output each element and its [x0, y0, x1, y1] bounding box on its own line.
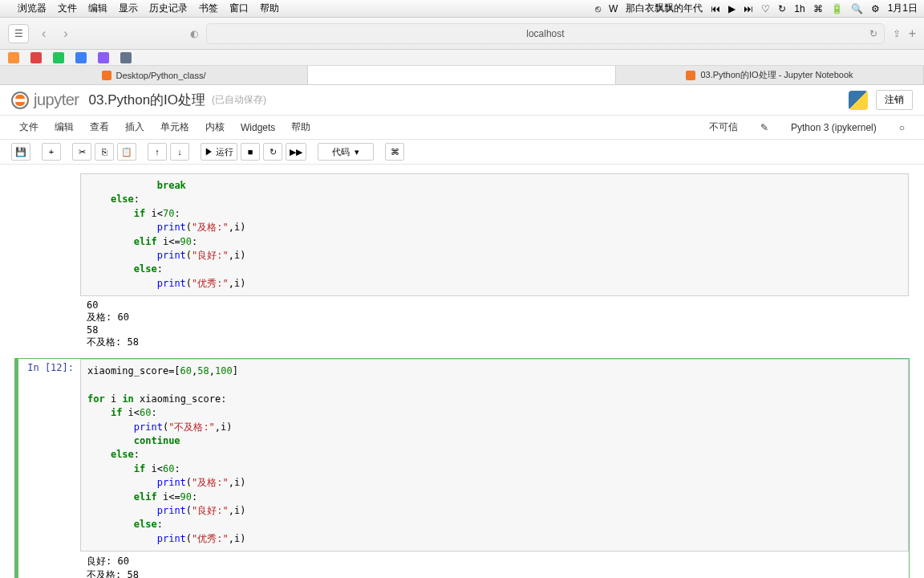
- menubar-w-icon[interactable]: W: [609, 3, 618, 14]
- stop-button[interactable]: ■: [241, 143, 260, 161]
- paste-button[interactable]: 📋: [117, 143, 136, 161]
- jupyter-logo[interactable]: jupyter: [11, 91, 79, 109]
- notebook-name[interactable]: 03.Python的IO处理: [89, 91, 206, 109]
- cell-type-select[interactable]: 代码 ▾: [318, 143, 374, 161]
- python-icon: [849, 91, 868, 110]
- now-playing: 那白衣飘飘的年代: [626, 2, 703, 15]
- page-scroll[interactable]: jupyter 03.Python的IO处理 (已自动保存) 注销 文件 编辑 …: [0, 85, 924, 578]
- menubar-time: 1h: [794, 3, 804, 14]
- notebook-body: break else: if i<70: print("及格:",i) elif…: [0, 165, 924, 578]
- kernel-name[interactable]: Python 3 (ipykernel): [783, 117, 885, 138]
- edit-icon[interactable]: ✎: [752, 117, 776, 138]
- heart-icon[interactable]: ♡: [761, 3, 770, 14]
- wifi-icon[interactable]: ⌘: [813, 3, 823, 14]
- menu-help[interactable]: 帮助: [283, 116, 318, 139]
- move-down-button[interactable]: ↓: [170, 143, 189, 161]
- menu-edit[interactable]: 编辑: [88, 2, 107, 15]
- tab-current[interactable]: [308, 66, 616, 84]
- share-icon[interactable]: ⇪: [893, 28, 901, 39]
- tab-label: Desktop/Python_class/: [116, 71, 206, 80]
- logout-button[interactable]: 注销: [876, 90, 913, 110]
- control-center-icon[interactable]: ⚙: [871, 3, 880, 14]
- restart-run-button[interactable]: ▶▶: [286, 143, 306, 161]
- kernel-status-icon: ○: [891, 117, 913, 138]
- tab-label: 03.Python的IO处理 - Jupyter Notebook: [700, 69, 853, 81]
- restart-button[interactable]: ↻: [263, 143, 282, 161]
- sidebar-toggle[interactable]: ☰: [8, 24, 29, 43]
- menu-file[interactable]: 文件: [11, 116, 47, 139]
- play-icon[interactable]: ▶: [728, 3, 736, 14]
- shield-icon[interactable]: ◐: [190, 28, 198, 39]
- run-button[interactable]: ▶ 运行: [201, 143, 237, 161]
- menu-file[interactable]: 文件: [58, 2, 77, 15]
- jupyter-menubar: 文件 编辑 查看 插入 单元格 内核 Widgets 帮助 不可信 ✎ Pyth…: [0, 116, 924, 140]
- command-palette-button[interactable]: ⌘: [385, 143, 404, 161]
- menubar-date: 1月1日: [888, 2, 918, 15]
- fav-6[interactable]: [120, 52, 132, 63]
- next-icon[interactable]: ⏭: [744, 3, 753, 14]
- tab-strip: Desktop/Python_class/ 03.Python的IO处理 - J…: [0, 66, 924, 85]
- fav-4[interactable]: [75, 52, 87, 63]
- favorites-bar: [0, 50, 924, 66]
- tab-notebook[interactable]: 03.Python的IO处理 - Jupyter Notebook: [616, 66, 924, 84]
- code-cell-selected[interactable]: In [12]: xiaoming_score=[60,58,100] for …: [14, 358, 910, 578]
- cell-output: 60 及格: 60 58 不及格: 58: [80, 296, 909, 352]
- code-input[interactable]: xiaoming_score=[60,58,100] for i in xiao…: [80, 359, 909, 552]
- fav-3[interactable]: [53, 52, 64, 63]
- jupyter-header: jupyter 03.Python的IO处理 (已自动保存) 注销: [0, 85, 924, 116]
- jupyter-icon: [102, 71, 111, 80]
- back-button[interactable]: ‹: [37, 26, 51, 41]
- reload-icon[interactable]: ↻: [869, 28, 877, 39]
- menu-widgets[interactable]: Widgets: [233, 117, 283, 138]
- menu-cell[interactable]: 单元格: [152, 116, 197, 139]
- jupyter-icon: [686, 71, 695, 80]
- url-text: localhost: [526, 28, 564, 39]
- fav-2[interactable]: [30, 52, 42, 63]
- code-cell[interactable]: break else: if i<70: print("及格:",i) elif…: [14, 173, 910, 353]
- fav-5[interactable]: [98, 52, 109, 63]
- fav-1[interactable]: [8, 52, 19, 63]
- menu-view[interactable]: 显示: [119, 2, 138, 15]
- battery-icon[interactable]: 🔋: [831, 3, 843, 14]
- save-button[interactable]: 💾: [11, 143, 30, 161]
- new-tab-button[interactable]: +: [909, 26, 916, 41]
- menu-kernel[interactable]: 内核: [197, 116, 233, 139]
- cell-output: 良好: 60 不及格: 58 优秀: 100: [80, 552, 909, 578]
- jupyter-toolbar: 💾 + ✂ ⎘ 📋 ↑ ↓ ▶ 运行 ■ ↻ ▶▶ 代码 ▾ ⌘: [0, 140, 924, 165]
- menu-edit[interactable]: 编辑: [47, 116, 82, 139]
- code-input[interactable]: break else: if i<70: print("及格:",i) elif…: [80, 173, 909, 296]
- menu-history[interactable]: 历史记录: [149, 2, 188, 15]
- forward-button[interactable]: ›: [59, 26, 72, 41]
- browser-toolbar: ☰ ‹ › ◐ localhost ↻ ⇪ +: [0, 18, 924, 50]
- prompt: In [12]:: [14, 359, 80, 578]
- mac-menubar: 浏览器 文件 编辑 显示 历史记录 书签 窗口 帮助 ⎋ W 那白衣飘飘的年代 …: [0, 0, 924, 18]
- menu-bookmarks[interactable]: 书签: [199, 2, 218, 15]
- menu-insert[interactable]: 插入: [117, 116, 152, 139]
- menubar-bt-icon[interactable]: ⎋: [595, 3, 601, 14]
- tab-folder[interactable]: Desktop/Python_class/: [0, 66, 308, 84]
- loop-icon[interactable]: ↻: [778, 3, 786, 14]
- copy-button[interactable]: ⎘: [95, 143, 114, 161]
- move-up-button[interactable]: ↑: [148, 143, 167, 161]
- autosave-status: (已自动保存): [212, 93, 266, 107]
- menu-app[interactable]: 浏览器: [18, 2, 47, 15]
- menu-help[interactable]: 帮助: [260, 2, 279, 15]
- menu-view[interactable]: 查看: [82, 116, 117, 139]
- menu-window[interactable]: 窗口: [229, 2, 249, 15]
- trust-indicator[interactable]: 不可信: [701, 116, 746, 139]
- address-bar[interactable]: localhost ↻: [206, 23, 884, 44]
- prev-icon[interactable]: ⏮: [711, 3, 720, 14]
- search-icon[interactable]: 🔍: [851, 3, 863, 14]
- cut-button[interactable]: ✂: [72, 143, 91, 161]
- add-cell-button[interactable]: +: [42, 143, 61, 161]
